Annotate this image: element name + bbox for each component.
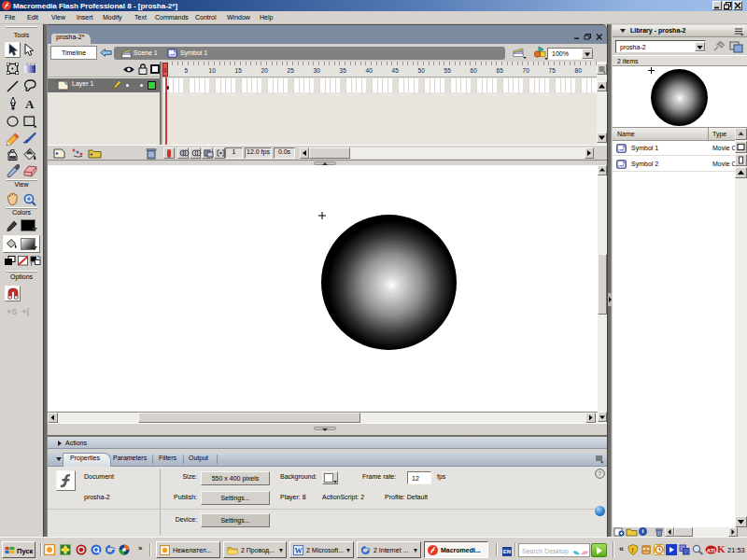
svg-text:W: W xyxy=(294,547,303,555)
svg-text:ATI: ATI xyxy=(707,548,716,553)
svg-text:?: ? xyxy=(598,470,601,477)
svg-text:!: ! xyxy=(631,546,634,554)
